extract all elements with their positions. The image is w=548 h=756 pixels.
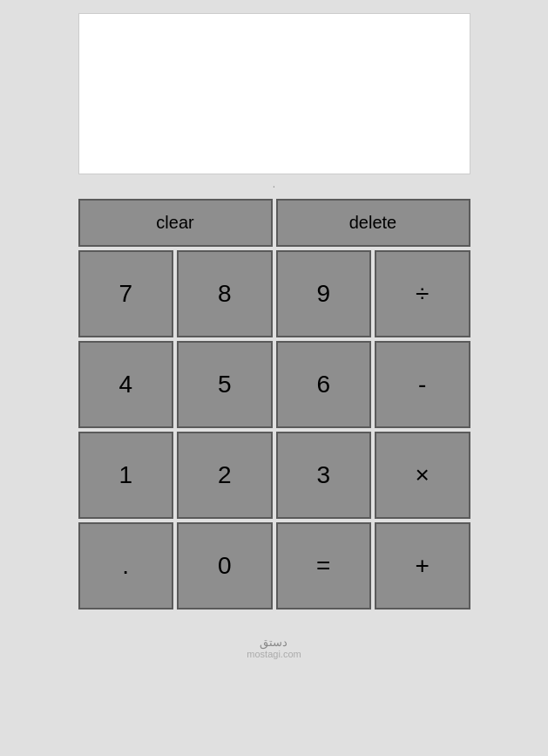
btn-7[interactable]: 7 [78, 250, 174, 337]
btn-3[interactable]: 3 [276, 432, 372, 519]
watermark-url: mostagi.com [247, 649, 301, 659]
delete-button[interactable]: delete [276, 199, 470, 247]
btn-add[interactable]: + [375, 522, 470, 610]
btn-6[interactable]: 6 [276, 341, 372, 428]
btn-divide[interactable]: ÷ [375, 250, 470, 337]
watermark-arabic: دستق [247, 636, 301, 649]
btn-8[interactable]: 8 [177, 250, 273, 337]
btn-0[interactable]: 0 [177, 522, 273, 610]
display-value [79, 14, 470, 174]
btn-9[interactable]: 9 [276, 250, 372, 337]
btn-5[interactable]: 5 [177, 341, 273, 428]
calculator-keypad: clear delete 7 8 9 ÷ 4 5 6 - 1 2 3 × . 0… [78, 199, 470, 610]
btn-multiply[interactable]: × [375, 432, 470, 519]
btn-1[interactable]: 1 [78, 432, 174, 519]
dot-indicator: . [78, 178, 470, 190]
btn-2[interactable]: 2 [177, 432, 273, 519]
btn-dot[interactable]: . [78, 522, 174, 610]
btn-4[interactable]: 4 [78, 341, 174, 428]
btn-equals[interactable]: = [276, 522, 372, 610]
display-area [78, 13, 470, 174]
watermark: دستق mostagi.com [247, 636, 301, 659]
clear-button[interactable]: clear [78, 199, 273, 247]
btn-subtract[interactable]: - [375, 341, 470, 428]
